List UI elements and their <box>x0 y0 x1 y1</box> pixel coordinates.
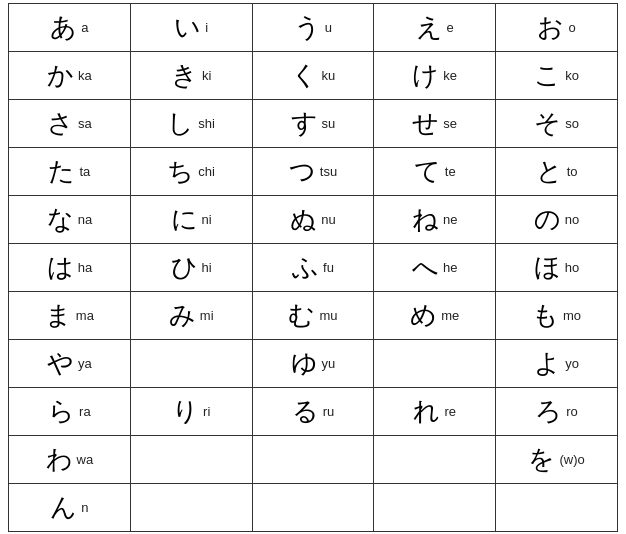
kana-character: こ <box>534 58 561 93</box>
romaji-label: mi <box>200 308 214 323</box>
romaji-label: ma <box>76 308 94 323</box>
kana-character: ほ <box>534 250 561 285</box>
table-cell: いi <box>130 3 252 51</box>
kana-character: へ <box>412 250 439 285</box>
romaji-label: ni <box>202 212 212 227</box>
romaji-label: ta <box>79 164 90 179</box>
table-cell: かka <box>9 51 131 99</box>
table-cell <box>374 339 496 387</box>
kana-character: の <box>534 202 561 237</box>
romaji-label: ku <box>322 68 336 83</box>
table-cell: ひhi <box>130 243 252 291</box>
romaji-label: he <box>443 260 457 275</box>
table-row: はhaひhiふfuへheほho <box>9 243 618 291</box>
romaji-label: ho <box>565 260 579 275</box>
romaji-label: hi <box>202 260 212 275</box>
table-cell: しshi <box>130 99 252 147</box>
kana-character: せ <box>412 106 439 141</box>
table-cell: ねne <box>374 195 496 243</box>
kana-character: さ <box>47 106 74 141</box>
table-cell: もmo <box>496 291 618 339</box>
table-cell <box>252 483 374 531</box>
table-cell: なna <box>9 195 131 243</box>
kana-character: れ <box>413 394 440 429</box>
kana-character: ん <box>50 490 77 525</box>
table-cell: ゆyu <box>252 339 374 387</box>
romaji-label: u <box>325 20 332 35</box>
kana-character: ふ <box>292 250 319 285</box>
table-cell <box>374 483 496 531</box>
kana-character: ら <box>48 394 75 429</box>
romaji-label: ke <box>443 68 457 83</box>
table-cell: めme <box>374 291 496 339</box>
romaji-label: mu <box>319 308 337 323</box>
kana-character: ね <box>412 202 439 237</box>
table-cell: すsu <box>252 99 374 147</box>
table-cell: やya <box>9 339 131 387</box>
kana-character: ひ <box>171 250 198 285</box>
table-cell: ふfu <box>252 243 374 291</box>
table-cell <box>496 483 618 531</box>
table-row: まmaみmiむmuめmeもmo <box>9 291 618 339</box>
kana-character: た <box>48 154 75 189</box>
romaji-label: o <box>568 20 575 35</box>
table-cell: ほho <box>496 243 618 291</box>
table-cell: くku <box>252 51 374 99</box>
kana-character: ゆ <box>291 346 318 381</box>
kana-character: ち <box>167 154 194 189</box>
romaji-label: e <box>447 20 454 35</box>
kana-character: も <box>532 298 559 333</box>
kana-character: す <box>291 106 318 141</box>
table-cell: を(w)o <box>496 435 618 483</box>
table-cell <box>130 339 252 387</box>
kana-character: り <box>172 394 199 429</box>
table-cell: よyo <box>496 339 618 387</box>
table-cell <box>252 435 374 483</box>
kana-character: く <box>291 58 318 93</box>
kana-character: は <box>47 250 74 285</box>
kana-character: か <box>47 58 74 93</box>
kana-character: み <box>169 298 196 333</box>
table-cell: さsa <box>9 99 131 147</box>
table-cell: せse <box>374 99 496 147</box>
table-cell: むmu <box>252 291 374 339</box>
table-cell: へhe <box>374 243 496 291</box>
kana-character: を <box>528 442 555 477</box>
romaji-label: ro <box>566 404 578 419</box>
table-cell: るru <box>252 387 374 435</box>
kana-character: い <box>174 10 201 45</box>
table-row: かkaきkiくkuけkeこko <box>9 51 618 99</box>
romaji-label: n <box>81 500 88 515</box>
romaji-label: wa <box>77 452 94 467</box>
table-cell: こko <box>496 51 618 99</box>
romaji-label: ha <box>78 260 92 275</box>
table-cell: ちchi <box>130 147 252 195</box>
table-cell: らra <box>9 387 131 435</box>
romaji-label: a <box>81 20 88 35</box>
table-cell: はha <box>9 243 131 291</box>
romaji-label: mo <box>563 308 581 323</box>
table-row: やyaゆyuよyo <box>9 339 618 387</box>
romaji-label: ne <box>443 212 457 227</box>
romaji-label: i <box>205 20 208 35</box>
romaji-label: sa <box>78 116 92 131</box>
table-cell: そso <box>496 99 618 147</box>
table-cell: つtsu <box>252 147 374 195</box>
kana-character: ぬ <box>290 202 317 237</box>
table-cell: りri <box>130 387 252 435</box>
table-cell: きki <box>130 51 252 99</box>
kana-character: あ <box>50 10 77 45</box>
kana-character: ま <box>45 298 72 333</box>
romaji-label: na <box>78 212 92 227</box>
table-cell: ぬnu <box>252 195 374 243</box>
kana-character: ろ <box>535 394 562 429</box>
romaji-label: chi <box>198 164 215 179</box>
romaji-label: (w)o <box>559 452 584 467</box>
romaji-label: su <box>322 116 336 131</box>
kana-character: お <box>537 10 564 45</box>
table-row: さsaしshiすsuせseそso <box>9 99 618 147</box>
table-cell <box>130 483 252 531</box>
table-row: たtaちchiつtsuてteとto <box>9 147 618 195</box>
table-row: わwaを(w)o <box>9 435 618 483</box>
romaji-label: no <box>565 212 579 227</box>
